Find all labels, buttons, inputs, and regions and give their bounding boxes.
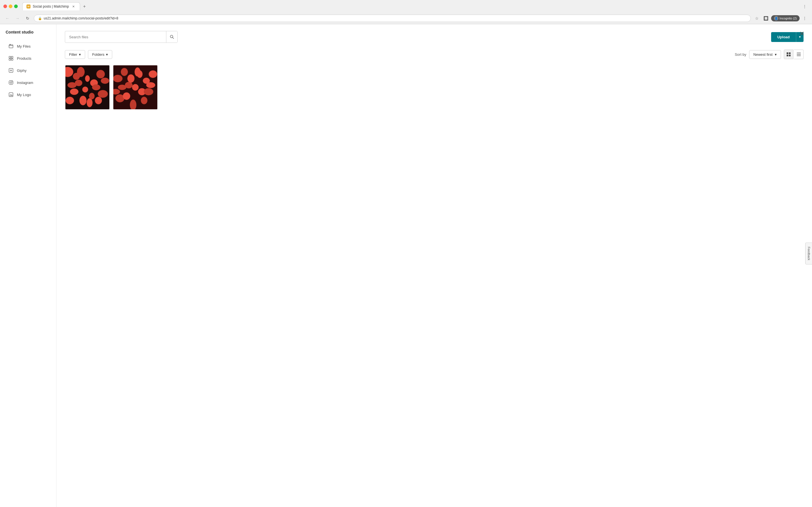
flower-image-2 [113,65,157,109]
svg-rect-4 [9,59,11,60]
tab-favicon: M [27,4,31,8]
sidebar-item-my-files-label: My Files [17,44,31,48]
my-logo-icon [8,92,14,98]
search-container [65,31,177,43]
window-maximize-btn[interactable] [14,4,18,8]
svg-rect-0 [9,45,13,48]
sidebar-item-giphy[interactable]: Giphy [2,64,54,76]
svg-rect-7 [9,80,13,84]
sort-chevron-icon: ▾ [775,52,777,57]
new-tab-btn[interactable]: + [81,3,89,10]
bookmark-icon[interactable]: ☆ [753,14,761,22]
sidebar-item-giphy-label: Giphy [17,68,27,73]
files-grid [65,65,804,110]
sidebar: Content studio My Files [0,24,56,507]
tab-title: Social posts | Mailchimp [33,4,69,8]
back-btn[interactable]: ← [3,14,11,22]
svg-point-8 [10,82,12,83]
svg-point-9 [12,81,12,82]
svg-line-12 [172,38,174,39]
app-container: ✕ Content studio My Files [0,24,812,507]
nav-actions: ☆ 🔲 👤 Incognito (2) ⋮ [753,14,809,22]
forward-btn[interactable]: → [13,14,21,22]
ssl-lock-icon: 🔒 [38,17,42,20]
window-close-btn[interactable] [3,4,7,8]
incognito-badge: 👤 Incognito (2) [771,15,800,21]
incognito-label: Incognito (2) [779,17,797,20]
sort-selected-value: Newest first [753,52,772,57]
search-button[interactable] [166,31,177,43]
sidebar-nav: My Files Products [0,40,56,101]
browser-more-btn[interactable]: ⋮ [801,14,809,22]
browser-chrome: M Social posts | Mailchimp ✕ + ⋮ ← → ↻ 🔒… [0,0,812,24]
active-tab[interactable]: M Social posts | Mailchimp ✕ [22,2,80,10]
svg-rect-5 [11,59,13,60]
svg-rect-17 [797,53,801,53]
address-bar[interactable]: 🔒 us21.admin.mailchimp.com/social-posts/… [34,15,751,22]
browser-titlebar: M Social posts | Mailchimp ✕ + ⋮ [0,0,812,13]
svg-rect-15 [786,55,788,56]
search-input[interactable] [65,33,166,42]
giphy-icon [8,67,14,73]
file-thumbnail-2[interactable] [113,65,158,110]
sidebar-item-instagram-label: Instagram [17,80,33,85]
grid-view-btn[interactable] [784,50,794,59]
sidebar-item-my-logo-label: My Logo [17,93,31,97]
sort-select[interactable]: Newest first ▾ [749,50,781,59]
url-text: us21.admin.mailchimp.com/social-posts/ed… [44,16,747,20]
my-files-icon [8,43,14,49]
list-view-btn[interactable] [794,50,804,59]
svg-rect-14 [789,52,791,54]
reload-btn[interactable]: ↻ [24,14,32,22]
svg-rect-16 [789,55,791,56]
feedback-tab[interactable]: Feedback [805,242,812,265]
window-minimize-btn[interactable] [9,4,12,8]
sidebar-item-my-logo[interactable]: My Logo [2,89,54,101]
sidebar-title: Content studio [0,30,56,40]
svg-rect-2 [9,56,11,58]
svg-rect-18 [797,54,801,55]
file-thumbnail-1[interactable] [65,65,110,110]
view-toggle [784,50,804,59]
tab-close-btn[interactable]: ✕ [71,4,76,9]
window-controls [3,4,18,8]
folders-button[interactable]: Folders ▾ [88,50,112,59]
filter-chevron-icon: ▾ [79,52,81,57]
filter-button[interactable]: Filter ▾ [65,50,85,59]
folders-chevron-icon: ▾ [106,52,108,57]
content-toolbar: Filter ▾ Folders ▾ Sort by Newest first … [65,50,804,59]
folders-label: Folders [92,52,104,57]
filter-label: Filter [69,52,77,57]
instagram-icon [8,79,14,86]
browser-navbar: ← → ↻ 🔒 us21.admin.mailchimp.com/social-… [0,13,812,24]
upload-button[interactable]: Upload [771,32,796,42]
svg-rect-19 [797,55,801,56]
close-button[interactable]: ✕ [797,29,806,38]
extension-btn[interactable]: 🔲 [762,14,770,22]
content-header: Upload ▾ [65,31,804,43]
svg-rect-3 [11,56,13,58]
flower-image-1 [65,65,109,109]
svg-rect-13 [786,52,788,54]
tabs-bar: M Social posts | Mailchimp ✕ + [22,2,89,10]
sidebar-item-instagram[interactable]: Instagram [2,76,54,89]
products-icon [8,55,14,61]
sort-by-label: Sort by [735,52,746,57]
sidebar-item-my-files[interactable]: My Files [2,40,54,52]
browser-menu-btn[interactable]: ⋮ [801,3,809,10]
sidebar-item-products[interactable]: Products [2,52,54,64]
svg-rect-1 [10,44,11,45]
incognito-icon: 👤 [774,16,778,20]
main-content: Upload ▾ Filter ▾ Folders ▾ Sort by Newe… [56,24,812,507]
feedback-label: Feedback [807,247,811,260]
sidebar-item-products-label: Products [17,56,31,61]
sort-section: Sort by Newest first ▾ [735,50,804,59]
